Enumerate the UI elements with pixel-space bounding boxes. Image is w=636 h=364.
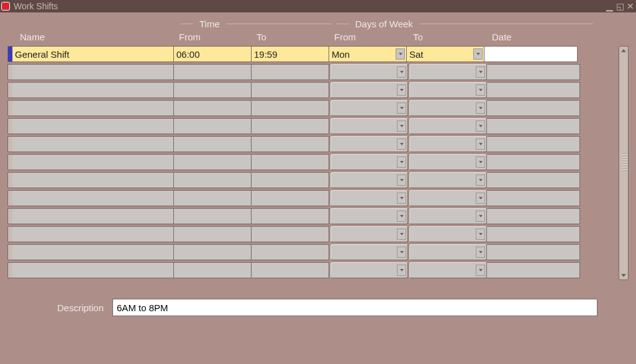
chevron-down-icon[interactable]: [397, 247, 406, 258]
row-handle[interactable]: [7, 244, 12, 260]
time-to-cell[interactable]: [252, 226, 329, 242]
row-handle[interactable]: [7, 172, 12, 188]
dow-to-cell[interactable]: [409, 82, 487, 98]
dow-from-cell[interactable]: [330, 100, 408, 116]
date-cell[interactable]: [487, 118, 580, 134]
date-cell[interactable]: [487, 262, 580, 278]
time-to-cell[interactable]: [252, 262, 329, 278]
time-from-cell[interactable]: 06:00: [174, 46, 252, 62]
time-to-cell[interactable]: [252, 154, 329, 170]
dow-from-cell[interactable]: [330, 262, 408, 278]
chevron-down-icon[interactable]: [397, 193, 406, 204]
chevron-down-icon[interactable]: [476, 175, 485, 186]
row-handle[interactable]: [7, 64, 12, 80]
name-cell[interactable]: [12, 208, 174, 224]
time-from-cell[interactable]: [174, 208, 252, 224]
dow-to-cell[interactable]: [409, 172, 487, 188]
chevron-down-icon[interactable]: [476, 211, 485, 222]
minimize-icon[interactable]: ▁: [605, 1, 614, 11]
chevron-down-icon[interactable]: [476, 265, 485, 276]
maximize-icon[interactable]: ◱: [616, 1, 624, 11]
name-cell[interactable]: [12, 262, 174, 278]
chevron-down-icon[interactable]: [476, 157, 485, 168]
row-handle[interactable]: [7, 226, 12, 242]
row-handle[interactable]: [7, 208, 12, 224]
dow-from-cell[interactable]: [330, 244, 408, 260]
chevron-down-icon[interactable]: [397, 157, 406, 168]
time-from-cell[interactable]: [174, 262, 252, 278]
time-to-cell[interactable]: [252, 172, 329, 188]
chevron-down-icon[interactable]: [397, 175, 406, 186]
row-handle[interactable]: [7, 262, 12, 278]
time-to-cell[interactable]: 19:59: [252, 46, 329, 62]
description-input[interactable]: 6AM to 8PM: [112, 299, 597, 316]
chevron-down-icon[interactable]: [476, 66, 485, 78]
chevron-down-icon[interactable]: [397, 121, 406, 132]
time-from-cell[interactable]: [174, 118, 252, 134]
name-cell[interactable]: [12, 244, 174, 260]
time-to-cell[interactable]: [252, 64, 329, 80]
dow-to-cell[interactable]: [409, 136, 487, 152]
chevron-down-icon[interactable]: [397, 229, 406, 240]
name-cell[interactable]: [12, 100, 174, 116]
row-handle[interactable]: [7, 118, 12, 134]
row-handle[interactable]: [7, 100, 12, 116]
time-from-cell[interactable]: [174, 190, 252, 206]
dow-from-cell[interactable]: [330, 190, 408, 206]
time-to-cell[interactable]: [252, 244, 329, 260]
chevron-down-icon[interactable]: [476, 193, 485, 204]
name-cell[interactable]: [12, 118, 174, 134]
name-cell[interactable]: [12, 226, 174, 242]
chevron-down-icon[interactable]: [397, 84, 406, 96]
time-from-cell[interactable]: [174, 82, 252, 98]
row-handle[interactable]: [7, 82, 12, 98]
name-cell[interactable]: [12, 190, 174, 206]
dow-to-cell[interactable]: [409, 100, 487, 116]
time-from-cell[interactable]: [174, 172, 252, 188]
date-cell[interactable]: [487, 64, 580, 80]
date-cell[interactable]: [487, 136, 580, 152]
time-from-cell[interactable]: [174, 154, 252, 170]
name-cell[interactable]: [12, 82, 174, 98]
chevron-down-icon[interactable]: [473, 48, 483, 60]
row-handle[interactable]: [7, 46, 12, 62]
date-cell[interactable]: [487, 226, 580, 242]
name-cell[interactable]: [12, 172, 174, 188]
dow-from-cell[interactable]: [330, 154, 408, 170]
row-handle[interactable]: [7, 154, 12, 170]
time-from-cell[interactable]: [174, 136, 252, 152]
dow-to-cell[interactable]: [409, 226, 487, 242]
chevron-down-icon[interactable]: [476, 102, 485, 114]
time-from-cell[interactable]: [174, 100, 252, 116]
dow-from-cell[interactable]: [330, 82, 408, 98]
chevron-down-icon[interactable]: [397, 102, 406, 114]
time-to-cell[interactable]: [252, 100, 329, 116]
dow-from-cell[interactable]: Mon: [329, 46, 407, 62]
date-cell[interactable]: [487, 244, 580, 260]
time-to-cell[interactable]: [252, 136, 329, 152]
time-to-cell[interactable]: [252, 82, 329, 98]
scroll-grip[interactable]: [622, 153, 627, 171]
dow-from-cell[interactable]: [330, 172, 408, 188]
chevron-down-icon[interactable]: [476, 247, 485, 258]
chevron-down-icon[interactable]: [397, 265, 406, 276]
name-cell[interactable]: [12, 154, 174, 170]
date-cell[interactable]: [487, 154, 580, 170]
scroll-down-icon[interactable]: [621, 274, 626, 277]
time-from-cell[interactable]: [174, 244, 252, 260]
name-cell[interactable]: [12, 64, 174, 80]
date-cell[interactable]: [487, 172, 580, 188]
chevron-down-icon[interactable]: [396, 48, 405, 60]
dow-to-cell[interactable]: Sat: [407, 46, 484, 62]
name-cell[interactable]: [12, 136, 174, 152]
time-to-cell[interactable]: [252, 118, 329, 134]
dow-from-cell[interactable]: [330, 118, 408, 134]
dow-from-cell[interactable]: [330, 226, 408, 242]
row-handle[interactable]: [7, 136, 12, 152]
dow-from-cell[interactable]: [330, 64, 408, 80]
time-from-cell[interactable]: [174, 226, 252, 242]
chevron-down-icon[interactable]: [476, 121, 485, 132]
vertical-scrollbar[interactable]: [619, 46, 629, 280]
chevron-down-icon[interactable]: [476, 139, 485, 150]
dow-to-cell[interactable]: [409, 208, 487, 224]
